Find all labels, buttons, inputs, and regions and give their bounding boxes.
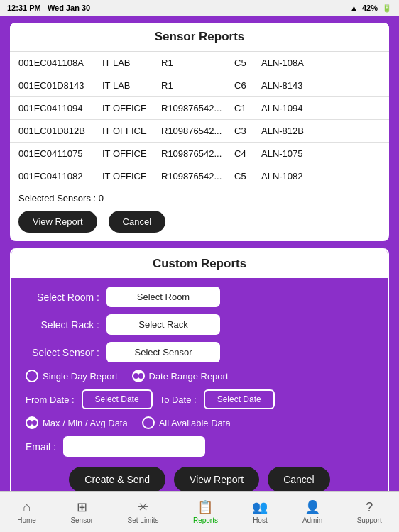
sensor-loc: IT LAB [102, 57, 155, 68]
to-date-button[interactable]: Select Date [204, 389, 275, 409]
sensor-rack: R109876542... [161, 148, 229, 159]
sensor-channel: C6 [234, 80, 256, 91]
sensor-channel: C4 [234, 148, 256, 159]
bottom-nav: ⌂ Home ⊞ Sensor ✳ Set Limits 📋 Reports 👥… [0, 491, 399, 532]
all-available-radio[interactable] [142, 416, 155, 429]
email-label: Email : [26, 441, 56, 453]
sensor-rack: R109876542... [161, 103, 229, 113]
sensor-channel: C1 [234, 103, 256, 113]
sensor-reports-title: Sensor Reports [10, 23, 389, 52]
to-date-label: To Date : [160, 394, 197, 405]
select-sensor-row: Select Sensor : Select Sensor [21, 342, 378, 362]
sensor-loc: IT OFFICE [102, 126, 155, 136]
create-send-button[interactable]: Create & Send [69, 467, 165, 492]
nav-item-sensor[interactable]: ⊞ Sensor [66, 497, 97, 527]
date-row: From Date : Select Date To Date : Select… [21, 389, 378, 409]
select-rack-label: Select Rack : [21, 319, 99, 331]
sensor-loc: IT OFFICE [102, 103, 155, 113]
battery-icon: 🔋 [382, 4, 392, 13]
sensor-aln: ALN-812B [261, 126, 381, 136]
custom-reports-title: Custom Reports [11, 250, 388, 278]
main-content: Sensor Reports 001EC041108A IT LAB R1 C5… [0, 16, 399, 505]
all-available-option[interactable]: All Available Data [142, 416, 231, 429]
table-row[interactable]: 001EC0411094 IT OFFICE R109876542... C1 … [10, 97, 389, 120]
sensor-view-report-button[interactable]: View Report [18, 211, 97, 233]
all-available-label: All Available Data [159, 418, 231, 428]
status-right: ▲ 42% 🔋 [350, 4, 392, 13]
sensor-aln: ALN-1082 [261, 171, 381, 182]
select-rack-button[interactable]: Select Rack [106, 314, 220, 335]
max-min-avg-radio[interactable] [26, 416, 38, 429]
status-time: 12:31 PM Wed Jan 30 [7, 4, 90, 12]
host-icon: 👥 [252, 499, 268, 515]
sensor-rack: R1 [161, 80, 229, 91]
sensor-report-actions: View Report Cancel [10, 206, 389, 241]
select-room-button[interactable]: Select Room [106, 287, 220, 307]
set-limits-icon: ✳ [138, 499, 148, 515]
sensor-channel: C3 [234, 126, 256, 136]
single-day-radio[interactable] [26, 370, 38, 382]
table-row[interactable]: 001EC0411082 IT OFFICE R109876542... C5 … [10, 165, 389, 187]
sensor-id: 001EC041108A [18, 57, 97, 68]
sensor-aln: ALN-1075 [261, 148, 381, 159]
sensor-id: 001EC01D8143 [18, 80, 97, 91]
custom-view-report-button[interactable]: View Report [174, 467, 259, 492]
nav-item-reports[interactable]: 📋 Reports [189, 497, 222, 527]
radio-inner [27, 420, 32, 426]
email-input[interactable] [63, 436, 205, 457]
sensor-loc: IT LAB [102, 80, 155, 91]
nav-item-home[interactable]: ⌂ Home [13, 497, 40, 527]
sensor-reports-card: Sensor Reports 001EC041108A IT LAB R1 C5… [10, 23, 389, 241]
sensor-loc: IT OFFICE [102, 148, 155, 159]
custom-reports-card: Custom Reports Select Room : Select Room… [10, 248, 389, 505]
status-bar: 12:31 PM Wed Jan 30 ▲ 42% 🔋 [0, 0, 399, 16]
select-room-row: Select Room : Select Room [21, 287, 378, 307]
sensor-aln: ALN-108A [261, 57, 381, 68]
nav-item-set-limits[interactable]: ✳ Set Limits [124, 497, 163, 527]
table-row[interactable]: 001EC0411075 IT OFFICE R109876542... C4 … [10, 143, 389, 165]
custom-cancel-button[interactable]: Cancel [268, 467, 330, 492]
from-date-label: From Date : [26, 394, 75, 405]
nav-label-admin: Admin [302, 516, 322, 524]
nav-item-admin[interactable]: 👤 Admin [298, 497, 327, 527]
nav-label-support: Support [357, 516, 382, 524]
table-row[interactable]: 001EC041108A IT LAB R1 C5 ALN-108A [10, 52, 389, 74]
sensor-id: 001EC0411075 [18, 148, 97, 159]
table-row[interactable]: 001EC01D812B IT OFFICE R109876542... C3 … [10, 120, 389, 143]
single-day-option[interactable]: Single Day Report [26, 370, 118, 382]
nav-item-host[interactable]: 👥 Host [248, 497, 272, 527]
select-room-label: Select Room : [21, 292, 99, 303]
sensor-aln: ALN-8143 [261, 80, 381, 91]
select-sensor-label: Select Sensor : [21, 347, 99, 358]
sensor-icon: ⊞ [77, 499, 87, 515]
sensor-channel: C5 [234, 57, 256, 68]
date-range-option[interactable]: Date Range Report [132, 370, 229, 382]
nav-label-reports: Reports [193, 516, 218, 524]
nav-label-home: Home [17, 516, 36, 524]
nav-label-host: Host [253, 516, 268, 524]
custom-reports-body: Select Room : Select Room Select Rack : … [11, 278, 388, 505]
select-sensor-button[interactable]: Select Sensor [106, 342, 220, 362]
sensor-id: 001EC0411082 [18, 171, 97, 182]
nav-label-sensor: Sensor [70, 516, 93, 524]
select-rack-row: Select Rack : Select Rack [21, 314, 378, 335]
max-min-avg-label: Max / Min / Avg Data [43, 418, 128, 428]
reports-icon: 📋 [197, 499, 213, 515]
sensor-id: 001EC01D812B [18, 126, 97, 136]
nav-label-set-limits: Set Limits [128, 516, 159, 524]
sensor-rack: R109876542... [161, 171, 229, 182]
date-range-radio[interactable] [132, 370, 145, 382]
single-day-label: Single Day Report [43, 371, 118, 382]
sensor-cancel-button[interactable]: Cancel [109, 211, 165, 233]
sensor-rack: R1 [161, 57, 229, 68]
max-min-avg-option[interactable]: Max / Min / Avg Data [26, 416, 128, 429]
support-icon: ? [366, 500, 373, 515]
from-date-button[interactable]: Select Date [82, 389, 153, 409]
table-row[interactable]: 001EC01D8143 IT LAB R1 C6 ALN-8143 [10, 74, 389, 97]
sensor-aln: ALN-1094 [261, 103, 381, 113]
sensor-channel: C5 [234, 171, 256, 182]
data-type-row: Max / Min / Avg Data All Available Data [21, 416, 378, 429]
nav-item-support[interactable]: ? Support [353, 497, 386, 527]
sensor-id: 001EC0411094 [18, 103, 97, 113]
report-type-row: Single Day Report Date Range Report [21, 370, 378, 382]
